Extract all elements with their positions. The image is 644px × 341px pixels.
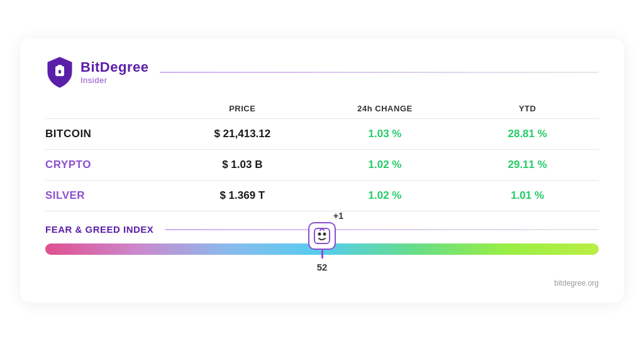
header: BitDegree Insider [45,56,599,89]
header-divider [160,72,599,73]
col-header-change: 24h CHANGE [314,104,457,113]
website-label: bitdegree.org [554,279,599,288]
gauge-indicator: +1 [308,211,336,259]
col-header-name [45,104,171,113]
crypto-ytd: 29.11 % [456,159,599,171]
logo: BitDegree Insider [45,56,148,89]
table-row: BITCOIN $ 21,413.12 1.03 % 28.81 % [45,119,599,150]
silver-price: $ 1.369 T [171,189,314,202]
gauge-pointer [321,250,323,259]
logo-text: BitDegree Insider [80,60,148,84]
bitcoin-change: 1.03 % [314,128,457,140]
col-header-price: PRICE [171,104,314,113]
svg-rect-1 [57,65,62,69]
fear-greed-title: FEAR & GREED INDEX [45,224,153,235]
fear-greed-divider [165,229,599,230]
svg-point-5 [323,233,326,236]
footer-link: bitdegree.org [45,279,599,288]
crypto-change: 1.02 % [314,159,457,171]
silver-change: 1.02 % [314,189,457,202]
logo-name: BitDegree [80,60,148,75]
svg-point-4 [318,233,321,236]
crypto-price: $ 1.03 B [171,159,314,171]
gauge-delta: +1 [333,211,343,221]
table-row: CRYPTO $ 1.03 B 1.02 % 29.11 % [45,150,599,181]
shield-icon [45,56,74,89]
bitcoin-ytd: 28.81 % [456,128,599,140]
bitcoin-price: $ 21,413.12 [171,128,314,140]
gauge-value: 52 [317,262,328,272]
logo-subtitle: Insider [80,75,148,85]
silver-ytd: 1.01 % [456,189,599,202]
col-header-ytd: YTD [456,104,599,113]
main-card: BitDegree Insider PRICE 24h CHANGE YTD B… [20,38,624,303]
gauge-container: +1 52 [45,243,599,272]
asset-label-silver: SILVER [45,189,171,202]
svg-rect-2 [58,70,61,74]
data-table: PRICE 24h CHANGE YTD BITCOIN $ 21,413.12… [45,100,599,211]
gauge-mascot-icon [308,222,336,250]
table-row: SILVER $ 1.369 T 1.02 % 1.01 % [45,181,599,211]
table-header-row: PRICE 24h CHANGE YTD [45,100,599,119]
asset-label-crypto: CRYPTO [45,159,171,171]
asset-label-bitcoin: BITCOIN [45,128,171,140]
svg-rect-3 [314,228,330,243]
fear-greed-section: FEAR & GREED INDEX +1 [45,224,599,272]
